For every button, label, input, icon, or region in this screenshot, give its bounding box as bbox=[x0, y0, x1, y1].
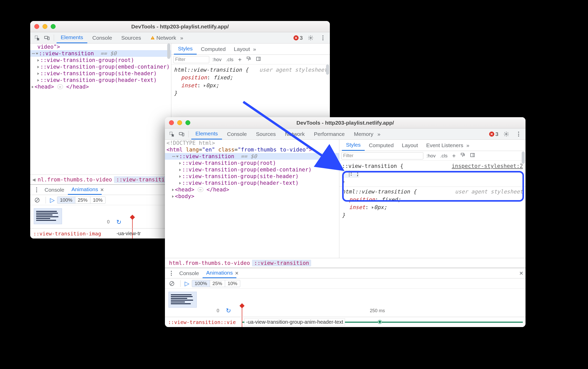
crumb-selected[interactable]: ::view-transition bbox=[114, 176, 173, 183]
animation-row[interactable]: ::view-transition::vie -ua-view-transiti… bbox=[165, 317, 526, 327]
tab-console[interactable]: Console bbox=[88, 32, 116, 43]
error-count-badge[interactable]: ✕ 3 bbox=[489, 131, 498, 137]
dom-tree[interactable]: video"> ⋯::view-transition == $0 ::view-… bbox=[30, 44, 171, 175]
close-tab-icon[interactable]: ✕ bbox=[235, 270, 239, 276]
sidebar-icon[interactable] bbox=[254, 56, 262, 63]
styles-tab-styles[interactable]: Styles bbox=[174, 44, 197, 55]
keyframe-knob[interactable] bbox=[378, 320, 382, 324]
drawer-tab-animations[interactable]: Animations bbox=[68, 185, 102, 195]
play-icon[interactable]: ▷ bbox=[50, 197, 55, 204]
drawer-tab-animations[interactable]: Animations bbox=[203, 268, 236, 278]
dom-node[interactable]: ::view-transition-group(header-text) bbox=[30, 77, 171, 83]
replay-icon[interactable]: ↻ bbox=[226, 307, 231, 314]
drawer-tab-console[interactable]: Console bbox=[41, 185, 68, 195]
styles-tab-computed[interactable]: Computed bbox=[365, 140, 398, 151]
dom-node[interactable]: <html lang="en" class="from-thumbs to-vi… bbox=[165, 146, 339, 153]
kebab-icon[interactable] bbox=[319, 34, 327, 42]
dom-node[interactable]: ::view-transition-group(site-header) bbox=[30, 70, 171, 77]
new-prop-input[interactable]: : ; bbox=[342, 170, 359, 178]
dom-node[interactable]: <body> bbox=[165, 193, 339, 200]
styles-rules[interactable]: inspector-stylesheet:2 ::view-transition… bbox=[339, 161, 526, 221]
styles-tab-styles[interactable]: Styles bbox=[342, 140, 365, 151]
speed-100[interactable]: 100% bbox=[192, 280, 210, 287]
crumb-html[interactable]: html.from-thumbs.to-video bbox=[167, 260, 252, 266]
animation-thumb[interactable] bbox=[34, 208, 62, 224]
playhead-handle[interactable] bbox=[130, 215, 135, 220]
dom-tree[interactable]: <!DOCTYPE html> <html lang="en" class="f… bbox=[165, 140, 339, 258]
clear-icon[interactable] bbox=[33, 196, 41, 204]
tab-elements[interactable]: Elements bbox=[57, 32, 87, 43]
dom-node[interactable]: ::view-transition-group(embed-container) bbox=[30, 63, 171, 70]
speed-100[interactable]: 100% bbox=[57, 197, 75, 203]
playhead-handle[interactable] bbox=[239, 303, 245, 308]
dom-node[interactable]: ::view-transition-group(embed-container) bbox=[165, 166, 339, 173]
crumb-html[interactable]: nl.from-thumbs.to-video bbox=[36, 177, 114, 183]
styles-rules[interactable]: user agent stylesheethtml::view-transiti… bbox=[171, 64, 330, 99]
speed-25[interactable]: 25% bbox=[75, 197, 90, 203]
more-styles-tabs-icon[interactable]: » bbox=[253, 46, 256, 52]
more-tabs-icon[interactable]: » bbox=[180, 35, 183, 41]
inspect-icon[interactable] bbox=[33, 34, 41, 42]
styles-filter-input[interactable]: Filter bbox=[173, 56, 209, 63]
gear-icon[interactable] bbox=[502, 130, 511, 138]
speed-10[interactable]: 10% bbox=[90, 197, 105, 203]
dom-selected-node[interactable]: ⋯::view-transition == $0 bbox=[165, 153, 339, 160]
animations-timeline[interactable]: 0 ↻ 250 ms bbox=[165, 289, 526, 317]
cls-toggle[interactable]: .cls bbox=[439, 153, 449, 159]
styles-tab-layout[interactable]: Layout bbox=[230, 44, 254, 55]
animation-thumb[interactable] bbox=[169, 292, 197, 308]
device-icon[interactable] bbox=[177, 130, 186, 138]
replay-icon[interactable]: ↻ bbox=[116, 219, 121, 226]
minimize-window-icon[interactable] bbox=[177, 120, 182, 125]
tab-console[interactable]: Console bbox=[223, 128, 251, 139]
clear-icon[interactable] bbox=[167, 279, 176, 288]
drawer-kebab-icon[interactable] bbox=[167, 269, 176, 278]
cls-toggle[interactable]: .cls bbox=[225, 57, 235, 62]
close-window-icon[interactable] bbox=[34, 24, 39, 29]
styles-tab-event-listeners[interactable]: Event Listeners bbox=[422, 140, 467, 151]
stylesheet-link[interactable]: inspector-stylesheet:2 bbox=[452, 162, 523, 170]
speed-25[interactable]: 25% bbox=[210, 280, 225, 287]
dom-node[interactable]: ::view-transition-group(header-text) bbox=[165, 180, 339, 186]
play-icon[interactable]: ▷ bbox=[185, 280, 189, 287]
tab-memory[interactable]: Memory bbox=[350, 128, 377, 139]
tab-network[interactable]: Network bbox=[281, 128, 309, 139]
new-rule-icon[interactable]: + bbox=[450, 152, 457, 159]
zoom-window-icon[interactable] bbox=[51, 24, 56, 29]
crumb-selected[interactable]: ::view-transition bbox=[252, 260, 311, 266]
device-icon[interactable] bbox=[43, 34, 51, 42]
tab-elements[interactable]: Elements bbox=[191, 128, 222, 139]
dom-selected-node[interactable]: ⋯::view-transition == $0 bbox=[30, 50, 171, 57]
dom-node[interactable]: <head> ⋯ </head> bbox=[165, 186, 339, 193]
close-tab-icon[interactable]: ✕ bbox=[100, 187, 104, 193]
drawer-kebab-icon[interactable] bbox=[32, 186, 41, 194]
dom-node[interactable]: ::view-transition-group(root) bbox=[165, 160, 339, 166]
kebab-icon[interactable] bbox=[514, 130, 523, 138]
styles-tab-computed[interactable]: Computed bbox=[197, 44, 230, 55]
sidebar-icon[interactable] bbox=[468, 153, 477, 159]
minimize-window-icon[interactable] bbox=[43, 24, 47, 29]
tab-network[interactable]: Network bbox=[146, 32, 180, 43]
tab-performance[interactable]: Performance bbox=[310, 128, 349, 139]
paint-icon[interactable] bbox=[459, 153, 467, 159]
dom-node[interactable]: <head> ⋯ </head> bbox=[30, 83, 171, 90]
styles-filter-input[interactable]: Filter bbox=[341, 152, 423, 159]
more-tabs-icon[interactable]: » bbox=[377, 131, 381, 137]
new-rule-icon[interactable]: + bbox=[236, 56, 243, 63]
hov-toggle[interactable]: :hov bbox=[211, 57, 223, 62]
speed-10[interactable]: 10% bbox=[225, 280, 240, 287]
drawer-tab-console[interactable]: Console bbox=[176, 268, 203, 278]
tab-sources[interactable]: Sources bbox=[252, 128, 280, 139]
inspect-icon[interactable] bbox=[167, 130, 176, 138]
tab-sources[interactable]: Sources bbox=[117, 32, 145, 43]
close-window-icon[interactable] bbox=[169, 120, 174, 125]
zoom-window-icon[interactable] bbox=[185, 120, 190, 125]
gear-icon[interactable] bbox=[306, 34, 315, 42]
paint-icon[interactable] bbox=[245, 56, 253, 63]
styles-tab-layout[interactable]: Layout bbox=[398, 140, 422, 151]
dom-node[interactable]: ::view-transition-group(root) bbox=[30, 57, 171, 63]
breadcrumb[interactable]: html.from-thumbs.to-video ::view-transit… bbox=[165, 258, 526, 268]
more-styles-tabs-icon[interactable]: » bbox=[466, 142, 469, 148]
error-count-badge[interactable]: ✕ 3 bbox=[293, 35, 303, 41]
dom-node[interactable]: ::view-transition-group(site-header) bbox=[165, 173, 339, 180]
